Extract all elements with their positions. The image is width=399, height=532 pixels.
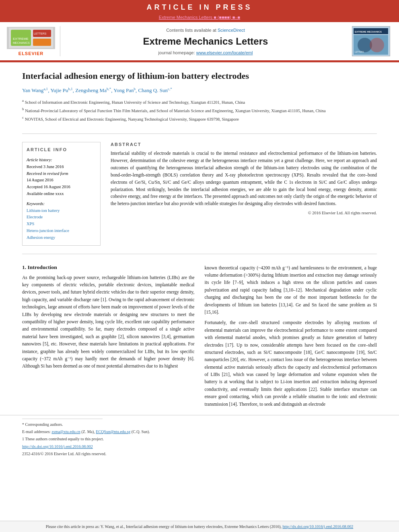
introduction-right-column: known theoretical capacity (~4200 mAh g⁻…	[205, 264, 377, 411]
keywords-section: Keywords: Lithium-ion battery Electrode …	[27, 201, 96, 241]
affiliation-c: c NOVITAS, School of Electrical and Elec…	[22, 115, 377, 122]
doi-link[interactable]: Extreme Mechanics Letters ■ (■■■■) ■–■	[159, 15, 240, 20]
article-info-box: ARTICLE INFO Article history: Received 3…	[22, 142, 101, 245]
introduction-heading: 1. Introduction	[22, 264, 195, 271]
svg-text:LETTERS: LETTERS	[34, 32, 47, 35]
available-date: Available online xxxx	[27, 191, 64, 196]
citation-doi-link[interactable]: http://dx.doi.org/10.1016/j.eml.2016.08.…	[282, 524, 353, 529]
keywords-label: Keywords:	[27, 201, 96, 207]
svg-text:LETTERS: LETTERS	[355, 51, 364, 53]
journal-logo-image: EXTREME MECHANICS LETTERS	[352, 26, 390, 56]
article-info-label: ARTICLE INFO	[27, 146, 96, 154]
keyword-2: Electrode	[27, 214, 96, 221]
svg-text:EXTREME MECHANICS: EXTREME MECHANICS	[355, 31, 382, 33]
article-in-press-banner: ARTICLE IN PRESS	[0, 0, 399, 14]
author-yan-wang: Yan Wang	[22, 87, 43, 93]
received-revised-label: Received in revised form	[27, 171, 68, 176]
footnote-contributed: 1 These authors contributed equally to t…	[22, 436, 377, 442]
keyword-3: XPS	[27, 221, 96, 228]
intro-paragraph-3: Fortunately, the core–shell structured c…	[205, 319, 377, 408]
doi-journal-text: Extreme Mechanics Letters ■ (■■■■) ■–■	[159, 15, 240, 20]
keyword-4: Hetero-junction interface	[27, 228, 96, 234]
journal-logo-right: EXTREME MECHANICS LETTERS	[351, 26, 391, 56]
article-info-abstract-section: ARTICLE INFO Article history: Received 3…	[0, 138, 399, 249]
email-link-zma[interactable]: zsma@xtu.edu.cn	[51, 429, 80, 434]
section-divider	[22, 134, 377, 134]
intro-paragraph-1: As the promising back-up power source, r…	[22, 274, 195, 370]
homepage-line: journal homepage: www.elsevier.com/locat…	[158, 50, 253, 55]
affiliation-b: b National-Provincial Laboratory of Spec…	[22, 107, 377, 114]
received-revised-date: 14 August 2016	[27, 178, 53, 182]
homepage-link[interactable]: www.elsevier.com/locate/eml	[196, 50, 253, 55]
article-title-section: Interfacial adhesion energy of lithium-i…	[0, 62, 399, 129]
author-yong-pan: Yong Pan	[113, 87, 134, 93]
elsevier-logo-image: EXTREME MECHANICS LETTERS	[7, 27, 55, 49]
footnote-issn: 2352-4316/© 2016 Elsevier Ltd. All right…	[22, 451, 377, 457]
doi-bar: Extreme Mechanics Letters ■ (■■■■) ■–■	[0, 14, 399, 22]
author-yujie-pu: Yujie Pu	[50, 87, 68, 93]
citation-bar: Please cite this article in press as: Y.…	[0, 521, 399, 532]
svg-text:MECHANICS: MECHANICS	[13, 41, 30, 44]
keyword-5: Adhesion energy	[27, 234, 96, 241]
author-zengsheng-ma: Zengsheng Ma	[75, 87, 107, 93]
footnote-corresponding: * Corresponding authors.	[22, 421, 377, 427]
author-chang-sun: Chang Q. Sun	[138, 87, 168, 93]
affiliations: a School of Information and Electronic E…	[22, 98, 377, 123]
keyword-1: Lithium-ion battery	[27, 207, 96, 214]
intro-paragraph-2: known theoretical capacity (~4200 mAh g⁻…	[205, 264, 377, 316]
copyright-line: © 2016 Elsevier Ltd. All rights reserved…	[111, 211, 377, 215]
elsevier-label: ELSEVIER	[19, 51, 43, 56]
article-title: Interfacial adhesion energy of lithium-i…	[22, 70, 377, 82]
article-info-column: ARTICLE INFO Article history: Received 3…	[22, 142, 101, 245]
footnote-doi-link[interactable]: http://dx.doi.org/10.1016/j.eml.2016.08.…	[22, 444, 93, 449]
elsevier-logo: EXTREME MECHANICS LETTERS ELSEVIER	[8, 26, 60, 56]
authors-line: Yan Wanga,1, Yujie Pub,1, Zengsheng Mab,…	[22, 86, 377, 95]
sciencedirect-link[interactable]: ScienceDirect	[218, 28, 245, 33]
footnote-section: * Corresponding authors. E-mail addresse…	[0, 415, 399, 461]
email-link-sun[interactable]: ECQSun@ntu.edu.sg	[96, 429, 130, 434]
svg-text:EXTREME: EXTREME	[13, 37, 29, 41]
svg-point-12	[370, 38, 384, 52]
history-label: Article history:	[27, 157, 96, 164]
contents-line: Contents lists available at ScienceDirec…	[166, 28, 245, 33]
svg-rect-3	[33, 39, 51, 46]
abstract-column: ABSTRACT Interfacial stability of electr…	[111, 142, 377, 245]
citation-text: Please cite this article in press as: Y.…	[46, 524, 282, 529]
journal-center: Contents lists available at ScienceDirec…	[66, 26, 345, 56]
journal-title: Extreme Mechanics Letters	[143, 36, 268, 47]
accepted-date: Accepted 16 August 2016	[27, 185, 70, 189]
introduction-left-column: 1. Introduction As the promising back-up…	[22, 264, 195, 411]
main-content-section: 1. Introduction As the promising back-up…	[0, 258, 399, 415]
footnote-doi: http://dx.doi.org/10.1016/j.eml.2016.08.…	[22, 444, 377, 450]
footnote-email: E-mail addresses: zsma@xtu.edu.cn (Z. Ma…	[22, 429, 377, 435]
section-divider-2	[22, 254, 377, 254]
abstract-label: ABSTRACT	[111, 142, 377, 147]
abstract-text: Interfacial stability of electrode mater…	[111, 150, 377, 207]
received-date: Received 3 June 2016	[27, 164, 64, 169]
affiliation-a: a School of Information and Electronic E…	[22, 98, 377, 105]
journal-header: EXTREME MECHANICS LETTERS ELSEVIER Conte…	[0, 22, 399, 61]
